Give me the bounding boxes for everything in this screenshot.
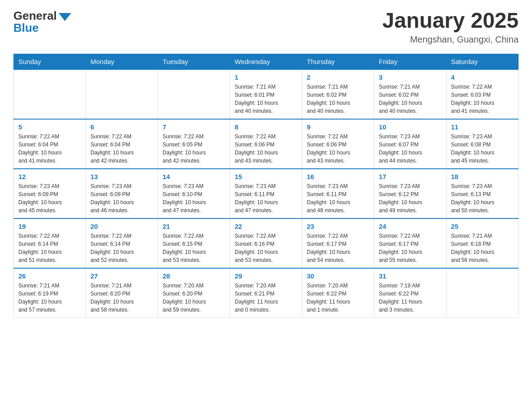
day-info: Sunrise: 7:23 AMSunset: 6:10 PMDaylight:…: [163, 182, 225, 214]
calendar-cell: 29Sunrise: 7:20 AMSunset: 6:21 PMDayligh…: [230, 268, 302, 318]
day-info: Sunrise: 7:22 AMSunset: 6:03 PMDaylight:…: [451, 83, 514, 115]
page-title: January 2025: [382, 9, 519, 33]
day-number: 7: [163, 123, 225, 131]
day-number: 29: [235, 272, 297, 280]
day-info: Sunrise: 7:22 AMSunset: 6:17 PMDaylight:…: [379, 232, 442, 264]
day-info: Sunrise: 7:23 AMSunset: 6:13 PMDaylight:…: [451, 182, 514, 214]
calendar-cell: 5Sunrise: 7:22 AMSunset: 6:04 PMDaylight…: [14, 119, 86, 169]
day-number: 22: [235, 223, 297, 230]
calendar-cell: 6Sunrise: 7:22 AMSunset: 6:04 PMDaylight…: [86, 119, 158, 169]
day-number: 13: [90, 173, 153, 180]
day-info: Sunrise: 7:22 AMSunset: 6:17 PMDaylight:…: [307, 232, 369, 264]
day-number: 21: [163, 223, 225, 230]
day-number: 16: [307, 173, 369, 180]
day-info: Sunrise: 7:20 AMSunset: 6:20 PMDaylight:…: [163, 282, 225, 314]
day-number: 14: [163, 173, 225, 180]
day-number: 30: [307, 272, 369, 280]
calendar-week-2: 5Sunrise: 7:22 AMSunset: 6:04 PMDaylight…: [14, 119, 519, 169]
calendar-cell: 24Sunrise: 7:22 AMSunset: 6:17 PMDayligh…: [374, 218, 446, 268]
calendar-cell: 7Sunrise: 7:22 AMSunset: 6:05 PMDaylight…: [158, 119, 230, 169]
calendar-cell: 25Sunrise: 7:21 AMSunset: 6:18 PMDayligh…: [446, 218, 519, 268]
day-info: Sunrise: 7:22 AMSunset: 6:06 PMDaylight:…: [235, 133, 297, 165]
day-info: Sunrise: 7:22 AMSunset: 6:04 PMDaylight:…: [18, 133, 81, 165]
day-number: 27: [90, 272, 153, 280]
calendar-week-3: 12Sunrise: 7:23 AMSunset: 6:09 PMDayligh…: [14, 169, 519, 218]
day-number: 25: [451, 223, 514, 230]
calendar-cell: 22Sunrise: 7:22 AMSunset: 6:16 PMDayligh…: [230, 218, 302, 268]
calendar-cell: 27Sunrise: 7:21 AMSunset: 6:20 PMDayligh…: [86, 268, 158, 318]
calendar-cell: 4Sunrise: 7:22 AMSunset: 6:03 PMDaylight…: [446, 69, 519, 119]
day-number: 15: [235, 173, 297, 180]
calendar-cell: 10Sunrise: 7:23 AMSunset: 6:07 PMDayligh…: [374, 119, 446, 169]
day-number: 20: [90, 223, 153, 230]
logo-blue-text: Blue: [13, 21, 39, 35]
day-info: Sunrise: 7:22 AMSunset: 6:16 PMDaylight:…: [235, 232, 297, 264]
calendar-cell: 31Sunrise: 7:19 AMSunset: 6:22 PMDayligh…: [374, 268, 446, 318]
calendar-cell: 8Sunrise: 7:22 AMSunset: 6:06 PMDaylight…: [230, 119, 302, 169]
day-info: Sunrise: 7:22 AMSunset: 6:04 PMDaylight:…: [90, 133, 153, 165]
day-number: 28: [163, 272, 225, 280]
calendar-header-thursday: Thursday: [302, 54, 374, 69]
calendar-cell: 18Sunrise: 7:23 AMSunset: 6:13 PMDayligh…: [446, 169, 519, 218]
day-info: Sunrise: 7:21 AMSunset: 6:02 PMDaylight:…: [307, 83, 369, 115]
calendar-table: SundayMondayTuesdayWednesdayThursdayFrid…: [13, 54, 519, 318]
calendar-cell: 16Sunrise: 7:23 AMSunset: 6:11 PMDayligh…: [302, 169, 374, 218]
day-info: Sunrise: 7:20 AMSunset: 6:21 PMDaylight:…: [235, 282, 297, 314]
day-info: Sunrise: 7:22 AMSunset: 6:15 PMDaylight:…: [163, 232, 225, 264]
day-number: 18: [451, 173, 514, 180]
calendar-cell: 23Sunrise: 7:22 AMSunset: 6:17 PMDayligh…: [302, 218, 374, 268]
calendar-cell: 20Sunrise: 7:22 AMSunset: 6:14 PMDayligh…: [86, 218, 158, 268]
calendar-cell: 3Sunrise: 7:21 AMSunset: 6:02 PMDaylight…: [374, 69, 446, 119]
calendar-cell: 28Sunrise: 7:20 AMSunset: 6:20 PMDayligh…: [158, 268, 230, 318]
day-number: 31: [379, 272, 442, 280]
calendar-cell: 13Sunrise: 7:23 AMSunset: 6:09 PMDayligh…: [86, 169, 158, 218]
calendar-header-tuesday: Tuesday: [158, 54, 230, 69]
calendar-cell: 21Sunrise: 7:22 AMSunset: 6:15 PMDayligh…: [158, 218, 230, 268]
calendar-week-5: 26Sunrise: 7:21 AMSunset: 6:19 PMDayligh…: [14, 268, 519, 318]
day-number: 17: [379, 173, 442, 180]
day-number: 5: [18, 123, 81, 131]
day-info: Sunrise: 7:23 AMSunset: 6:11 PMDaylight:…: [307, 182, 369, 214]
day-number: 19: [18, 223, 81, 230]
day-info: Sunrise: 7:21 AMSunset: 6:18 PMDaylight:…: [451, 232, 514, 264]
calendar-cell: 12Sunrise: 7:23 AMSunset: 6:09 PMDayligh…: [14, 169, 86, 218]
day-info: Sunrise: 7:23 AMSunset: 6:09 PMDaylight:…: [90, 182, 153, 214]
day-info: Sunrise: 7:19 AMSunset: 6:22 PMDaylight:…: [379, 282, 442, 314]
day-number: 4: [451, 73, 514, 81]
day-number: 11: [451, 123, 514, 131]
calendar-header-friday: Friday: [374, 54, 446, 69]
day-info: Sunrise: 7:21 AMSunset: 6:20 PMDaylight:…: [90, 282, 153, 314]
day-info: Sunrise: 7:23 AMSunset: 6:08 PMDaylight:…: [451, 133, 514, 165]
calendar-cell: [86, 69, 158, 119]
calendar-cell: 1Sunrise: 7:21 AMSunset: 6:01 PMDaylight…: [230, 69, 302, 119]
calendar-cell: [158, 69, 230, 119]
calendar-cell: 30Sunrise: 7:20 AMSunset: 6:22 PMDayligh…: [302, 268, 374, 318]
calendar-header-sunday: Sunday: [14, 54, 86, 69]
title-section: January 2025 Mengshan, Guangxi, China: [382, 9, 519, 45]
day-info: Sunrise: 7:23 AMSunset: 6:12 PMDaylight:…: [379, 182, 442, 214]
day-number: 26: [18, 272, 81, 280]
calendar-cell: 19Sunrise: 7:22 AMSunset: 6:14 PMDayligh…: [14, 218, 86, 268]
day-number: 6: [90, 123, 153, 131]
calendar-cell: 26Sunrise: 7:21 AMSunset: 6:19 PMDayligh…: [14, 268, 86, 318]
calendar-cell: 9Sunrise: 7:22 AMSunset: 6:06 PMDaylight…: [302, 119, 374, 169]
day-info: Sunrise: 7:22 AMSunset: 6:05 PMDaylight:…: [163, 133, 225, 165]
calendar-header-monday: Monday: [86, 54, 158, 69]
day-number: 1: [235, 73, 297, 81]
day-number: 23: [307, 223, 369, 230]
day-info: Sunrise: 7:23 AMSunset: 6:07 PMDaylight:…: [379, 133, 442, 165]
calendar-cell: 17Sunrise: 7:23 AMSunset: 6:12 PMDayligh…: [374, 169, 446, 218]
logo: General Blue: [13, 9, 71, 35]
logo-arrow-icon: [59, 13, 71, 21]
day-number: 2: [307, 73, 369, 81]
calendar-cell: [446, 268, 519, 318]
day-number: 12: [18, 173, 81, 180]
calendar-cell: 14Sunrise: 7:23 AMSunset: 6:10 PMDayligh…: [158, 169, 230, 218]
day-number: 8: [235, 123, 297, 131]
calendar-header-wednesday: Wednesday: [230, 54, 302, 69]
day-number: 9: [307, 123, 369, 131]
calendar-cell: 11Sunrise: 7:23 AMSunset: 6:08 PMDayligh…: [446, 119, 519, 169]
day-info: Sunrise: 7:21 AMSunset: 6:19 PMDaylight:…: [18, 282, 81, 314]
day-number: 10: [379, 123, 442, 131]
day-info: Sunrise: 7:21 AMSunset: 6:01 PMDaylight:…: [235, 83, 297, 115]
